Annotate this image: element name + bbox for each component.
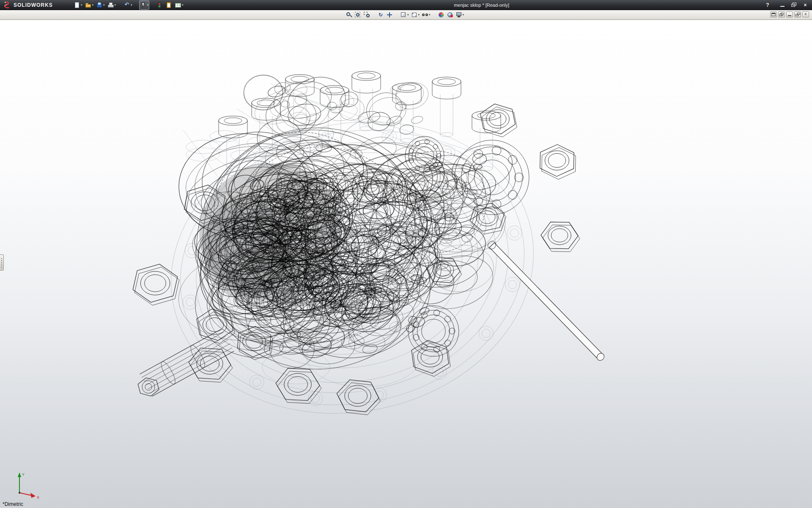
view-settings-button[interactable]: ▾ [455,10,465,19]
undo-dropdown-caret[interactable]: ▾ [131,1,132,9]
edit-appearance-button[interactable] [446,10,454,19]
rebuild-button[interactable] [155,0,164,10]
undo-icon [123,2,130,8]
print-button[interactable]: ▾ [107,0,117,10]
hide-show-items-dropdown-caret[interactable]: ▾ [429,11,431,19]
print-dropdown-caret[interactable]: ▾ [115,1,116,9]
zoom-in-out-button[interactable] [345,10,353,19]
app-window-controls: ?× [763,1,810,8]
standard-views-dropdown-caret[interactable]: ▾ [407,11,409,19]
edit-appearance-icon [447,11,453,18]
zoom-to-fit-button[interactable] [354,10,362,19]
graphics-area[interactable]: Y X *Dimetric [0,20,812,508]
spreadsheet-icon [175,2,181,8]
spreadsheet-dropdown-caret[interactable]: ▾ [182,1,184,9]
y-axis-label: Y [22,472,25,477]
undo-button[interactable]: ▾ [123,0,133,10]
rotate-view-button[interactable] [376,10,385,19]
document-title: menjac sklop * [Read-only] [454,0,509,10]
display-style-dropdown-caret[interactable]: ▾ [418,11,420,19]
zoom-in-out-icon [346,11,352,18]
open-button[interactable]: ▾ [84,0,95,10]
document-window-controls: × [770,11,809,17]
pan-button[interactable] [385,10,394,19]
x-axis-line [19,493,31,495]
restore-button[interactable] [789,1,799,8]
print-icon [107,2,114,8]
display-style-button[interactable]: ▾ [410,10,421,19]
hide-show-items-button[interactable]: ▾ [421,10,431,19]
open-dropdown-caret[interactable]: ▾ [92,1,94,9]
close-document-button[interactable]: × [802,11,809,17]
y-axis-arrow [18,472,21,477]
panel-splitter-handle[interactable] [0,254,4,271]
zoom-to-area-button[interactable] [362,10,371,19]
zoom-to-area-icon [363,11,370,18]
view-toolbar: ▾▾▾▾ [345,11,465,19]
minimize-button[interactable] [777,1,787,8]
view-orientation-label: *Dimetric [3,501,23,507]
solidworks-logo: SOLIDWORKS [0,1,71,9]
new-document-button[interactable]: ▾ [73,0,83,10]
hide-show-items-icon [422,11,428,18]
tile-windows-button[interactable] [770,11,777,17]
apply-scene-button[interactable] [437,10,445,19]
open-icon [85,2,92,8]
zoom-to-fit-icon [354,11,361,18]
standard-views-icon [400,11,407,18]
brand-name: SOLIDWORKS [14,2,53,8]
new-document-icon [74,2,80,8]
apply-scene-icon [438,11,444,18]
x-axis-arrow [30,493,36,498]
rebuild-icon [156,2,163,8]
file-properties-button[interactable] [165,0,173,10]
select-icon [140,2,147,8]
triad-origin [19,492,20,494]
minimize-document-button[interactable] [786,11,793,17]
view-settings-icon [455,11,462,18]
help-button[interactable]: ? [763,1,773,8]
standard-toolbar: ▾▾▾▾▾▾▾ [73,1,184,9]
restore-document-button[interactable] [794,11,801,17]
select-button[interactable]: ▾ [139,0,150,10]
x-axis-label: X [37,495,39,500]
rotate-view-icon [377,11,384,18]
solidworks-logo-icon [3,1,11,9]
titlebar: SOLIDWORKS ▾▾▾▾▾▾▾ menjac sklop * [Read-… [0,0,812,10]
file-properties-icon [165,2,172,8]
save-icon [96,2,103,8]
solidworks-window: SOLIDWORKS ▾▾▾▾▾▾▾ menjac sklop * [Read-… [0,0,812,508]
standard-views-button[interactable]: ▾ [399,10,410,19]
select-dropdown-caret[interactable]: ▾ [147,1,149,9]
pan-icon [386,11,393,18]
view-toolbar-row: ▾▾▾▾ × [0,10,812,20]
wireframe-model[interactable] [0,20,812,508]
display-style-icon [411,11,418,18]
save-dropdown-caret[interactable]: ▾ [103,1,105,9]
view-settings-dropdown-caret[interactable]: ▾ [463,11,464,19]
close-button[interactable]: × [800,1,810,8]
orientation-triad: Y X [4,471,42,501]
new-document-dropdown-caret[interactable]: ▾ [81,1,82,9]
save-button[interactable]: ▾ [95,0,106,10]
cascade-windows-button[interactable] [778,11,785,17]
spreadsheet-button[interactable]: ▾ [174,0,184,10]
